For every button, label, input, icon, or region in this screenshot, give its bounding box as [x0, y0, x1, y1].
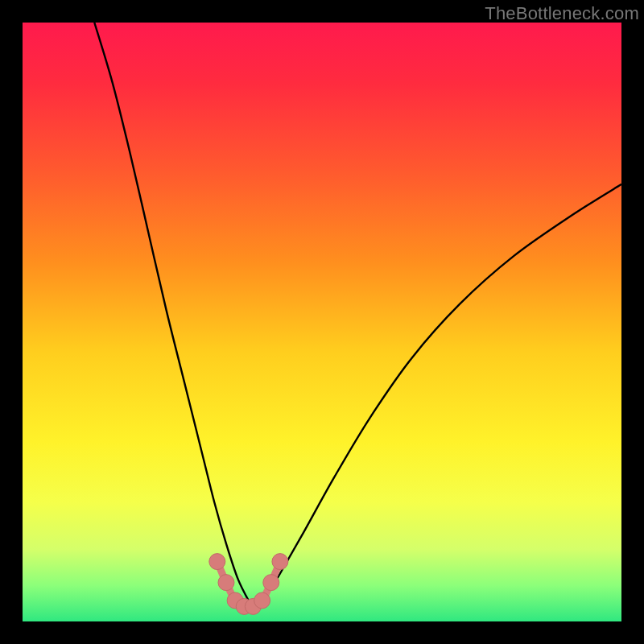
watermark-text: TheBottleneck.com [485, 3, 639, 24]
chart-frame: TheBottleneck.com [0, 0, 644, 644]
plot-svg [23, 23, 621, 621]
gradient-background [23, 23, 621, 621]
valley-marker-dot [209, 554, 225, 570]
valley-marker-dot [254, 592, 270, 609]
valley-marker-dot [263, 575, 279, 591]
valley-marker-dot [218, 575, 234, 591]
plot-area [23, 23, 621, 621]
valley-marker-dot [272, 554, 288, 570]
